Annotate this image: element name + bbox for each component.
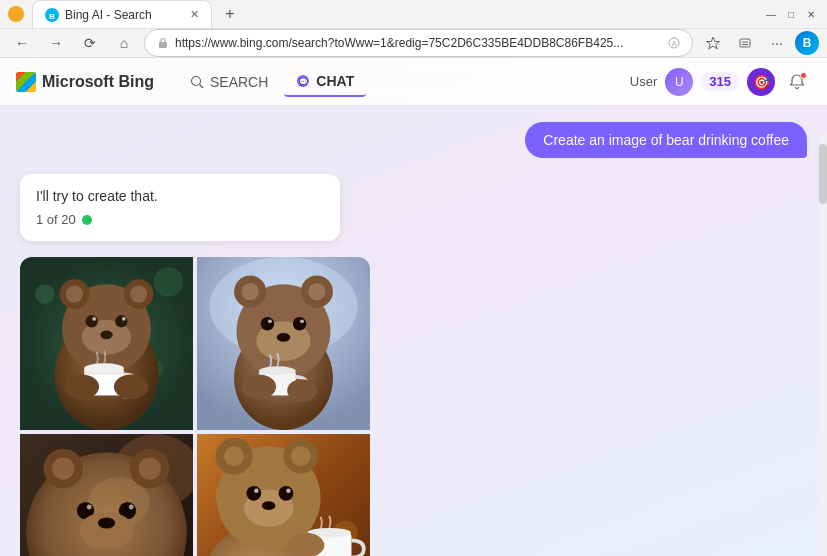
- chat-nav-item[interactable]: 💬 CHAT: [284, 67, 366, 97]
- forward-button[interactable]: →: [42, 29, 70, 57]
- home-button[interactable]: ⌂: [110, 29, 138, 57]
- svg-point-64: [129, 504, 134, 509]
- title-bar: B Bing AI - Search ✕ + — □ ✕: [0, 0, 827, 29]
- back-button[interactable]: ←: [8, 29, 36, 57]
- svg-text:B: B: [49, 11, 55, 20]
- generated-image-3[interactable]: [20, 434, 193, 556]
- ms-bing-logo: Microsoft Bing: [16, 72, 154, 92]
- svg-point-51: [241, 374, 276, 399]
- image-grid-wrapper: [20, 257, 370, 556]
- svg-point-75: [224, 446, 244, 466]
- svg-point-32: [84, 363, 124, 373]
- svg-point-50: [259, 366, 296, 375]
- tab-bar: B Bing AI - Search ✕ +: [32, 0, 755, 28]
- svg-point-79: [246, 486, 261, 501]
- svg-point-83: [262, 501, 276, 510]
- svg-point-42: [308, 283, 325, 300]
- microsoft-logo-icon: [16, 72, 36, 92]
- ai-response-card: I'll try to create that. 1 of 20: [20, 174, 340, 241]
- new-tab-button[interactable]: +: [216, 0, 244, 28]
- svg-point-15: [35, 284, 55, 304]
- user-message-wrapper: Create an image of bear drinking coffee: [20, 122, 807, 158]
- search-nav-item[interactable]: SEARCH: [178, 68, 280, 96]
- scrollbar-thumb[interactable]: [819, 144, 827, 204]
- generated-image-4[interactable]: [197, 434, 370, 556]
- chat-nav-label: CHAT: [316, 73, 354, 89]
- ai-counter: 1 of 20: [36, 212, 324, 227]
- notification-button[interactable]: [783, 68, 811, 96]
- counter-text: 1 of 20: [36, 212, 76, 227]
- svg-point-58: [139, 457, 161, 479]
- chat-area[interactable]: Create an image of bear drinking coffee …: [0, 106, 827, 556]
- points-badge: 315: [701, 72, 739, 91]
- svg-point-25: [85, 315, 97, 327]
- active-tab[interactable]: B Bing AI - Search ✕: [32, 0, 212, 28]
- ai-response-text: I'll try to create that.: [36, 188, 324, 204]
- tab-favicon-icon: B: [45, 8, 59, 22]
- svg-point-80: [279, 486, 294, 501]
- nav-right-buttons: ··· B: [699, 29, 819, 57]
- refresh-button[interactable]: ⟳: [76, 29, 104, 57]
- svg-marker-6: [707, 37, 720, 49]
- more-tools-button[interactable]: ···: [763, 29, 791, 57]
- main-content: Microsoft Bing SEARCH 💬: [0, 58, 827, 556]
- maximize-button[interactable]: □: [783, 6, 799, 22]
- image-grid: [20, 257, 370, 556]
- favorites-button[interactable]: [699, 29, 727, 57]
- svg-point-33: [64, 374, 99, 399]
- url-text: https://www.bing.com/search?toWww=1&redi…: [175, 36, 662, 50]
- tab-title: Bing AI - Search: [65, 8, 152, 22]
- search-nav-label: SEARCH: [210, 74, 268, 90]
- minimize-button[interactable]: —: [763, 6, 779, 22]
- svg-point-27: [92, 317, 96, 321]
- svg-point-65: [79, 512, 133, 549]
- svg-line-11: [200, 84, 204, 88]
- svg-point-29: [100, 331, 112, 340]
- svg-point-48: [277, 333, 291, 342]
- svg-text:💬: 💬: [299, 77, 308, 86]
- svg-point-66: [98, 517, 115, 528]
- bing-copilot-button[interactable]: B: [795, 31, 819, 55]
- chat-nav-icon: 💬: [296, 74, 310, 88]
- svg-point-46: [268, 319, 272, 323]
- close-button[interactable]: ✕: [803, 6, 819, 22]
- svg-point-52: [287, 379, 317, 401]
- notification-dot: [800, 72, 807, 79]
- user-label: User: [630, 74, 657, 89]
- svg-point-63: [87, 504, 92, 509]
- svg-rect-7: [740, 39, 750, 47]
- svg-rect-3: [159, 42, 167, 48]
- nav-bar: ← → ⟳ ⌂ https://www.bing.com/search?toWw…: [0, 29, 827, 58]
- header-nav: SEARCH 💬 CHAT: [178, 67, 366, 97]
- svg-point-77: [291, 446, 311, 466]
- collections-button[interactable]: [731, 29, 759, 57]
- svg-point-82: [286, 489, 290, 493]
- rewards-button[interactable]: 🎯: [747, 68, 775, 96]
- svg-point-10: [192, 76, 201, 85]
- reader-mode-icon: A: [668, 37, 680, 49]
- svg-point-23: [130, 285, 147, 302]
- window-controls: — □ ✕: [763, 6, 819, 22]
- svg-point-0: [11, 9, 21, 19]
- svg-point-41: [241, 283, 258, 300]
- star-icon: [705, 35, 721, 51]
- app-header: Microsoft Bing SEARCH 💬: [0, 58, 827, 106]
- svg-point-28: [122, 317, 126, 321]
- address-bar[interactable]: https://www.bing.com/search?toWww=1&redi…: [144, 29, 693, 57]
- header-right: User U 315 🎯: [630, 68, 811, 96]
- svg-point-45: [293, 317, 307, 331]
- svg-text:A: A: [672, 40, 677, 47]
- svg-point-44: [261, 317, 275, 331]
- browser-favicon: [8, 6, 24, 22]
- svg-point-47: [300, 319, 304, 323]
- app-body: Microsoft Bing SEARCH 💬: [0, 58, 827, 556]
- tab-close-button[interactable]: ✕: [190, 8, 199, 21]
- lock-icon: [157, 37, 169, 49]
- svg-point-60: [52, 457, 74, 479]
- scrollbar-track[interactable]: [819, 134, 827, 556]
- status-dot: [82, 215, 92, 225]
- svg-point-26: [115, 315, 127, 327]
- generated-image-2[interactable]: [197, 257, 370, 430]
- generated-image-1[interactable]: [20, 257, 193, 430]
- user-avatar[interactable]: U: [665, 68, 693, 96]
